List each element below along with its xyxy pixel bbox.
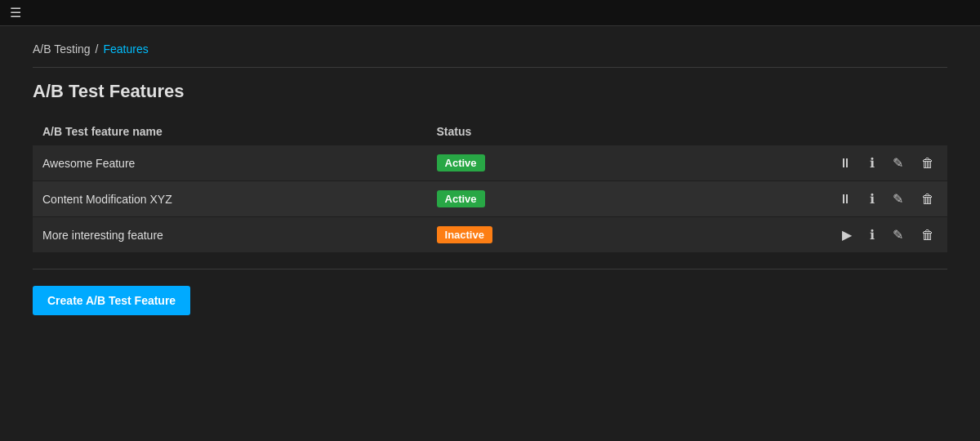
play-button[interactable]: ▶ bbox=[839, 225, 855, 244]
info-button[interactable]: ℹ bbox=[866, 154, 878, 172]
page-title: A/B Test Features bbox=[33, 81, 947, 102]
breadcrumb-separator: / bbox=[96, 42, 99, 56]
topbar: ☰ bbox=[0, 0, 980, 26]
create-button-container: Create A/B Test Feature bbox=[33, 269, 947, 315]
edit-button[interactable]: ✎ bbox=[889, 225, 906, 244]
feature-name: Awesome Feature bbox=[42, 157, 135, 170]
features-table: A/B Test feature name Status Awesome Fea… bbox=[33, 118, 947, 252]
delete-button[interactable]: 🗑 bbox=[918, 190, 938, 208]
table-row: Content Modification XYZActive ⏸ ℹ ✎ 🗑 bbox=[33, 181, 947, 217]
actions-cell: ⏸ ℹ ✎ 🗑 bbox=[636, 154, 938, 172]
col-header-name: A/B Test feature name bbox=[33, 118, 427, 145]
breadcrumb-ab-testing: A/B Testing bbox=[33, 42, 91, 56]
info-button[interactable]: ℹ bbox=[866, 225, 878, 244]
status-badge: Inactive bbox=[437, 226, 492, 243]
pause-button[interactable]: ⏸ bbox=[835, 154, 855, 172]
feature-name: Content Modification XYZ bbox=[42, 193, 172, 206]
feature-name: More interesting feature bbox=[42, 229, 163, 242]
table-row: More interesting featureInactive ▶ ℹ ✎ 🗑 bbox=[33, 217, 947, 253]
main-content: A/B Testing / Features A/B Test Features… bbox=[0, 26, 980, 332]
table-row: Awesome FeatureActive ⏸ ℹ ✎ 🗑 bbox=[33, 145, 947, 181]
status-badge: Active bbox=[437, 154, 485, 172]
edit-button[interactable]: ✎ bbox=[889, 189, 906, 208]
actions-cell: ▶ ℹ ✎ 🗑 bbox=[636, 225, 938, 244]
actions-cell: ⏸ ℹ ✎ 🗑 bbox=[636, 189, 938, 208]
breadcrumb-features-link[interactable]: Features bbox=[103, 42, 148, 56]
info-button[interactable]: ℹ bbox=[866, 189, 878, 208]
edit-button[interactable]: ✎ bbox=[889, 154, 906, 172]
col-header-status: Status bbox=[427, 118, 626, 145]
breadcrumb: A/B Testing / Features bbox=[33, 42, 947, 68]
status-badge: Active bbox=[437, 190, 485, 207]
create-ab-test-feature-button[interactable]: Create A/B Test Feature bbox=[33, 286, 190, 315]
delete-button[interactable]: 🗑 bbox=[918, 154, 938, 172]
pause-button[interactable]: ⏸ bbox=[835, 190, 855, 208]
menu-icon[interactable]: ☰ bbox=[10, 5, 21, 20]
delete-button[interactable]: 🗑 bbox=[918, 226, 938, 244]
